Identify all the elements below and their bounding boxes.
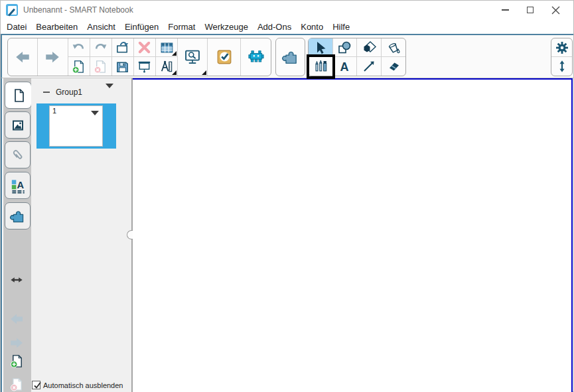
sidebar-delete-page-button[interactable] xyxy=(9,376,25,392)
menu-bearbeiten[interactable]: Bearbeiten xyxy=(31,21,82,33)
next-page-arrow-icon xyxy=(9,335,25,351)
page-dropdown-icon[interactable] xyxy=(91,111,99,115)
back-button[interactable] xyxy=(8,38,38,76)
menu-datei[interactable]: Datei xyxy=(2,21,31,33)
close-button[interactable] xyxy=(543,1,568,19)
group-label: Group1 xyxy=(56,88,82,97)
customize-toolbar-button[interactable] xyxy=(551,38,572,57)
menu-addons[interactable]: Add-Ons xyxy=(253,21,296,33)
title-bar: Unbenannt - SMART Notebook xyxy=(1,1,573,19)
save-button[interactable] xyxy=(112,57,134,76)
toolbar-main-group xyxy=(7,38,271,76)
forward-button[interactable] xyxy=(38,38,68,76)
menu-einfuegen[interactable]: Einfügen xyxy=(120,21,163,33)
tab-page-sorter[interactable] xyxy=(5,82,32,109)
redo-button[interactable] xyxy=(90,38,112,57)
fill-tool-button[interactable] xyxy=(382,38,406,57)
save-icon xyxy=(115,59,130,74)
undo-icon xyxy=(71,40,86,55)
response-button[interactable] xyxy=(208,38,241,76)
move-sidebar-arrow-icon xyxy=(9,273,24,287)
sidebar-tab-strip: A xyxy=(1,78,31,392)
group-header: Group1 xyxy=(31,86,131,99)
app-window: Unbenannt - SMART Notebook Datei Bearbei… xyxy=(0,0,574,392)
page-thumbnail[interactable]: 1 xyxy=(49,105,103,147)
sidebar-puzzle-icon xyxy=(9,208,27,225)
previous-page-button[interactable] xyxy=(9,311,25,327)
properties-icon: A xyxy=(9,177,27,194)
response-check-icon xyxy=(216,48,233,66)
delete-page-icon xyxy=(93,59,108,74)
tab-gallery[interactable] xyxy=(5,111,31,139)
panel-resize-grip[interactable] xyxy=(127,230,133,239)
gallery-icon xyxy=(10,117,26,133)
activity-builder-robot-icon xyxy=(248,48,265,66)
previous-page-arrow-icon xyxy=(9,311,25,327)
auto-hide-row: Automatisch ausblenden xyxy=(32,381,123,389)
toolbar: A xyxy=(1,34,573,78)
measurement-dropdown-corner xyxy=(172,70,177,75)
eraser-icon xyxy=(386,58,401,74)
close-icon xyxy=(551,6,560,15)
menu-ansicht[interactable]: Ansicht xyxy=(82,21,120,33)
menu-hilfe[interactable]: Hilfe xyxy=(328,21,354,33)
page-sorter-icon xyxy=(11,88,27,103)
minimize-icon xyxy=(502,9,509,11)
menu-konto[interactable]: Konto xyxy=(296,21,328,33)
page-thumbnail-selection[interactable]: 1 xyxy=(36,103,116,149)
gear-icon xyxy=(554,40,570,56)
polygon-icon xyxy=(361,40,377,56)
text-tool-button[interactable]: A xyxy=(333,57,358,76)
window-title: Unbenannt - SMART Notebook xyxy=(23,5,133,15)
content-area: A Group1 xyxy=(1,78,573,392)
delete-page-button[interactable] xyxy=(90,57,112,76)
insert-table-button[interactable] xyxy=(156,38,178,57)
svg-text:A: A xyxy=(340,60,349,74)
tab-properties[interactable]: A xyxy=(5,172,31,199)
group-dropdown-icon[interactable] xyxy=(106,84,113,88)
text-tool-icon: A xyxy=(336,58,352,74)
activity-builder-button[interactable] xyxy=(241,38,271,76)
sidebar-delete-page-icon xyxy=(9,377,25,392)
add-page-button[interactable] xyxy=(68,57,90,76)
tab-attachments[interactable] xyxy=(5,141,31,168)
maximize-icon xyxy=(527,7,534,13)
measurement-tools-button[interactable] xyxy=(156,57,178,76)
maximize-button[interactable] xyxy=(518,1,543,19)
menu-werkzeuge[interactable]: Werkzeuge xyxy=(200,21,253,33)
delete-button[interactable] xyxy=(134,38,156,57)
svg-text:A: A xyxy=(17,180,24,190)
tab-addons[interactable] xyxy=(5,202,31,229)
add-page-icon xyxy=(71,59,86,74)
paperclip-icon xyxy=(10,147,26,163)
canvas[interactable] xyxy=(133,78,573,392)
minimize-button[interactable] xyxy=(492,1,518,19)
sidebar-add-page-button[interactable] xyxy=(9,353,25,369)
auto-hide-checkbox[interactable] xyxy=(32,381,40,389)
group-collapse-button[interactable] xyxy=(42,88,50,96)
app-logo-icon xyxy=(6,4,18,16)
move-toolbar-button[interactable] xyxy=(551,57,572,76)
screen-capture-button[interactable] xyxy=(178,38,208,76)
sidebar-add-page-icon xyxy=(9,354,25,369)
page-number: 1 xyxy=(52,107,56,115)
polygons-tool-button[interactable] xyxy=(357,38,382,57)
redo-icon xyxy=(93,40,108,55)
eraser-tool-button[interactable] xyxy=(382,57,406,76)
addons-button[interactable] xyxy=(276,38,305,76)
menu-bar: Datei Bearbeiten Ansicht Einfügen Format… xyxy=(1,19,573,34)
capture-dropdown-corner xyxy=(202,70,206,75)
shapes-tool-button[interactable] xyxy=(333,38,358,57)
paste-icon xyxy=(115,40,130,55)
move-sidebar-button[interactable] xyxy=(9,272,25,288)
checkmark-icon xyxy=(33,381,42,391)
next-page-button[interactable] xyxy=(9,335,25,351)
paste-button[interactable] xyxy=(112,38,134,57)
lines-tool-button[interactable] xyxy=(357,57,382,76)
toolbar-right-group xyxy=(551,38,573,76)
back-arrow-icon xyxy=(14,48,31,66)
screen-shade-button[interactable] xyxy=(134,57,156,76)
undo-button[interactable] xyxy=(68,38,90,57)
menu-format[interactable]: Format xyxy=(163,21,200,33)
fill-bucket-icon xyxy=(386,40,401,56)
